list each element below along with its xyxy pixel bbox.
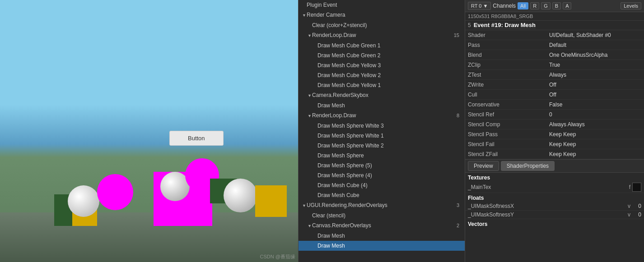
hierarchy-item[interactable]: Draw Mesh [299, 231, 465, 241]
property-label: Stencil ZFail [468, 151, 549, 157]
property-row: Stencil CompAlways Always [465, 120, 644, 129]
rt-info: 1150x531 R8G8B8A8_SRGB [465, 12, 644, 21]
channel-b-button[interactable]: B [552, 2, 561, 9]
tab-shader-properties[interactable]: ShaderProperties [501, 161, 555, 171]
sphere-pink-left [97, 174, 133, 210]
float-type: v [628, 211, 630, 218]
float-name: _UIMaskSoftnessY [468, 211, 540, 218]
hierarchy-item[interactable]: Draw Mesh Cube Yellow 1 [299, 80, 465, 90]
property-row: ConservativeFalse [465, 100, 644, 110]
property-label: Pass [468, 42, 549, 48]
property-row: ZWriteOff [465, 80, 644, 90]
property-row: ZClipTrue [465, 60, 644, 70]
property-label: Conservative [468, 101, 549, 108]
rt-dropdown[interactable]: RT 0 ▼ [468, 2, 491, 10]
property-label: Blend [468, 52, 549, 58]
textures-container: _MainTexf [465, 182, 644, 193]
hierarchy-item[interactable]: Draw Mesh Cube (4) [299, 180, 465, 190]
property-value: Default [549, 42, 641, 48]
property-value: True [549, 62, 641, 68]
watermark: CSDN @番茄缘 [260, 253, 295, 260]
property-row: Stencil PassKeep Keep [465, 129, 644, 139]
event-title: Event #19: Draw Mesh [474, 22, 536, 29]
hierarchy-item[interactable]: Draw Mesh [299, 101, 465, 110]
property-label: ZWrite [468, 82, 549, 88]
property-label: Stencil Fail [468, 141, 549, 147]
channel-a-button[interactable]: A [563, 2, 571, 9]
hierarchy-item[interactable]: Draw Mesh Sphere (4) [299, 170, 465, 180]
property-row: Stencil Ref0 [465, 110, 644, 120]
hierarchy-item[interactable]: Draw Mesh Sphere White 1 [299, 131, 465, 141]
texture-type: f [629, 184, 630, 190]
property-value: Keep Keep [549, 141, 641, 147]
property-value: 0 [549, 111, 641, 118]
property-value: UI/Default, SubShader #0 [549, 32, 641, 38]
viewport-panel: Button CSDN @番茄缘 [0, 0, 298, 262]
hierarchy-item[interactable]: Canvas.RenderOverlays2 [299, 221, 465, 231]
property-value: Always Always [549, 121, 641, 128]
hierarchy-item[interactable]: Draw Mesh Cube [299, 190, 465, 200]
properties-panel: RT 0 ▼ Channels All R G B A Levels 1150x… [465, 0, 644, 262]
property-value: Keep Keep [549, 131, 641, 138]
hierarchy-item[interactable]: Draw Mesh Sphere [299, 151, 465, 161]
float-row: _UIMaskSoftnessXv0 [465, 202, 644, 211]
hierarchy-item[interactable]: RenderLoop.Draw8 [299, 110, 465, 121]
channels-label: Channels [493, 3, 516, 9]
property-label: ZClip [468, 62, 549, 68]
sphere-white-right [224, 179, 257, 212]
hierarchy-item[interactable]: Draw Mesh Cube Green 1 [299, 41, 465, 51]
property-row: ZTestAlways [465, 70, 644, 80]
levels-button[interactable]: Levels [621, 2, 641, 9]
channel-r-button[interactable]: R [530, 2, 539, 9]
hierarchy-item[interactable]: Clear (stencil) [299, 211, 465, 221]
hierarchy-item[interactable]: Plugin Event [299, 0, 465, 10]
channel-g-button[interactable]: G [541, 2, 551, 9]
property-value: False [549, 101, 641, 108]
float-name: _UIMaskSoftnessX [468, 203, 540, 209]
hierarchy-item[interactable]: Clear (color+Z+stencil) [299, 20, 465, 30]
yellow-cube-right [255, 185, 287, 217]
hierarchy-item[interactable]: Render Camera [299, 10, 465, 20]
property-value: Always [549, 72, 641, 78]
property-value: One OneMinusSrcAlpha [549, 52, 641, 58]
hierarchy-item[interactable]: Draw Mesh Sphere (5) [299, 161, 465, 170]
hierarchy-item[interactable]: Draw Mesh Cube Yellow 2 [299, 70, 465, 80]
property-rows-container: ShaderUI/Default, SubShader #0PassDefaul… [465, 30, 644, 159]
texture-row: _MainTexf [465, 182, 644, 193]
property-value: Off [549, 92, 641, 98]
hierarchy-item[interactable]: Draw Mesh [299, 241, 465, 251]
ground-plane [0, 212, 298, 262]
hierarchy-item[interactable]: Draw Mesh Sphere White 3 [299, 121, 465, 131]
hierarchy-item[interactable]: Camera.RenderSkybox [299, 90, 465, 101]
hierarchy-panel[interactable]: Plugin EventRender CameraClear (color+Z+… [298, 0, 465, 262]
float-value: 0 [632, 211, 641, 218]
hierarchy-item[interactable]: RenderLoop.Draw15 [299, 30, 465, 41]
floats-container: _UIMaskSoftnessXv0_UIMaskSoftnessYv0 [465, 202, 644, 219]
rt-label: RT 0 [471, 3, 481, 9]
property-label: Cull [468, 92, 549, 98]
property-row: ShaderUI/Default, SubShader #0 [465, 30, 644, 40]
event-number: 5 [468, 22, 471, 28]
floats-header: Floats [465, 193, 644, 202]
property-row: PassDefault [465, 40, 644, 50]
scene-button: Button [169, 131, 224, 146]
textures-header: Textures [465, 173, 644, 182]
property-label: Shader [468, 32, 549, 38]
property-value: Keep Keep [549, 151, 641, 157]
property-label: Stencil Comp [468, 121, 549, 128]
vectors-header: Vectors [465, 219, 644, 228]
channel-all-button[interactable]: All [518, 2, 528, 9]
tab-preview[interactable]: Preview [468, 161, 499, 171]
property-row: CullOff [465, 90, 644, 100]
hierarchy-item[interactable]: Draw Mesh Cube Green 2 [299, 51, 465, 60]
texture-swatch[interactable] [632, 183, 641, 192]
hierarchy-item[interactable]: UGUI.Rendering.RenderOverlays3 [299, 200, 465, 211]
sphere-white-left [68, 185, 99, 217]
tabs-row: Preview ShaderProperties [465, 159, 644, 173]
property-label: Stencil Pass [468, 131, 549, 138]
float-row: _UIMaskSoftnessYv0 [465, 211, 644, 219]
hierarchy-item[interactable]: Draw Mesh Cube Yellow 3 [299, 60, 465, 70]
hierarchy-item[interactable]: Draw Mesh Sphere White 2 [299, 141, 465, 151]
texture-name: _MainTex [468, 184, 540, 190]
property-value: Off [549, 82, 641, 88]
